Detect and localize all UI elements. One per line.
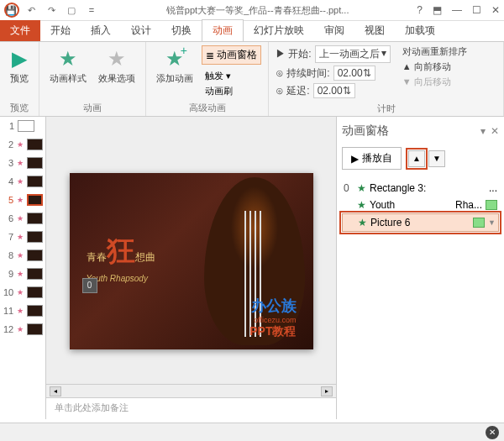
thumb-mini — [27, 268, 43, 280]
tab-view[interactable]: 视图 — [354, 20, 395, 41]
thumb-4[interactable]: 4★ — [0, 172, 45, 191]
watermark-line2: officezu.com — [249, 316, 296, 324]
thumb-1[interactable]: 1 — [0, 117, 45, 135]
anim-tag[interactable]: 0 — [82, 278, 97, 293]
anim-extra: ... — [489, 182, 497, 194]
add-animation-button[interactable]: ★+ 添加动画 — [153, 45, 197, 87]
slide-thumbnails: 1 2★ 3★ 4★ 5★ 6★ 7★ 8★ 9★ 10★ 11★ 12★ — [0, 117, 46, 419]
chevron-down-icon[interactable]: ▼ — [488, 218, 496, 227]
thumb-num: 8 — [3, 250, 13, 260]
slide-title: 青春狂想曲 Youth Rhapsody — [87, 232, 155, 283]
slideshow-icon[interactable]: ▢ — [65, 3, 78, 17]
thumb-10[interactable]: 10★ — [0, 283, 45, 302]
anim-name: Picture 6 — [370, 217, 470, 228]
thumb-7[interactable]: 7★ — [0, 228, 45, 246]
duration-spinner[interactable]: 02.00⇅ — [333, 66, 375, 81]
tab-addins[interactable]: 加载项 — [395, 20, 445, 41]
undo-icon[interactable]: ↶ — [24, 3, 38, 17]
move-down-button[interactable]: ▼ — [428, 150, 445, 167]
redo-icon[interactable]: ↷ — [45, 3, 58, 17]
preview-button[interactable]: ▶ 预览 — [7, 45, 32, 87]
thumb-num: 6 — [3, 213, 13, 223]
scroll-right-icon[interactable]: ▸ — [321, 386, 333, 396]
anim-style-button[interactable]: ★ 动画样式 — [46, 45, 90, 87]
tab-animations[interactable]: 动画 — [202, 19, 244, 41]
anim-item-picture6[interactable]: ★ Picture 6 ▼ — [342, 213, 499, 232]
anim-name: Rectangle 3: — [370, 182, 486, 194]
qat-more-icon[interactable]: = — [85, 3, 98, 17]
thumb-num: 11 — [3, 306, 13, 316]
play-from-button[interactable]: ▶ 播放自 — [342, 147, 402, 170]
pane-options-icon[interactable]: ▾ — [480, 125, 486, 137]
tab-design[interactable]: 设计 — [121, 20, 161, 41]
animation-pane: 动画窗格 ▾✕ ▶ 播放自 ▲ ▼ 0 ★ Rectangle 3: ... ★ — [336, 117, 504, 419]
anim-item-youth[interactable]: ★ Youth Rha... — [342, 197, 499, 213]
delay-label: ⊙ 延迟: — [276, 84, 310, 98]
slide-canvas[interactable]: 青春狂想曲 Youth Rhapsody 0 办公族 officezu.com … — [46, 117, 336, 384]
pane-close-icon[interactable]: ✕ — [491, 125, 499, 137]
spin-icon: ⇅ — [343, 85, 351, 97]
help-icon[interactable]: ? — [417, 4, 423, 16]
tab-file[interactable]: 文件 — [0, 20, 40, 41]
thumb-3[interactable]: 3★ — [0, 154, 45, 172]
content-area: 1 2★ 3★ 4★ 5★ 6★ 7★ 8★ 9★ 10★ 11★ 12★ 青春… — [0, 117, 504, 419]
anim-indicator-icon: ★ — [17, 140, 24, 149]
group-label-advanced: 高级动画 — [153, 100, 261, 114]
tab-insert[interactable]: 插入 — [81, 20, 121, 41]
thumb-mini — [27, 305, 43, 317]
thumb-8[interactable]: 8★ — [0, 246, 45, 265]
reorder-label: 对动画重新排序 — [402, 45, 467, 58]
preview-label: 预览 — [10, 72, 29, 85]
notes-pane[interactable]: 单击此处添加备注 — [46, 397, 336, 419]
thumb-9[interactable]: 9★ — [0, 265, 45, 283]
thumb-6[interactable]: 6★ — [0, 209, 45, 228]
thumb-mini — [27, 176, 43, 187]
play-icon: ▶ — [351, 153, 359, 165]
tab-home[interactable]: 开始 — [40, 20, 81, 41]
ribbon-options-icon[interactable]: ⬒ — [433, 4, 442, 16]
anim-indicator-icon: ★ — [17, 159, 24, 167]
start-dropdown[interactable]: 上一动画之后▾ — [315, 45, 391, 63]
tab-transitions[interactable]: 切换 — [161, 20, 202, 41]
status-close-icon[interactable]: ✕ — [486, 426, 499, 439]
trigger-button[interactable]: 触发 ▾ — [202, 69, 261, 83]
thumb-11[interactable]: 11★ — [0, 302, 45, 320]
anim-pane-label: 动画窗格 — [217, 48, 257, 62]
anim-indicator-icon: ★ — [17, 251, 24, 260]
anim-painter-button[interactable]: 动画刷 — [202, 84, 261, 98]
anim-item-rectangle[interactable]: 0 ★ Rectangle 3: ... — [342, 180, 499, 197]
delay-spinner[interactable]: 02.00⇅ — [313, 83, 355, 98]
horizontal-scrollbar[interactable]: ◂ ▸ — [46, 384, 336, 397]
watermark-line1: 办公族 — [249, 296, 296, 316]
start-value: 上一动画之后 — [319, 47, 380, 61]
effect-options-label: 效果选项 — [98, 72, 135, 85]
play-icon: ▶ — [12, 47, 27, 71]
anim-indicator-icon: ★ — [17, 196, 24, 204]
tab-slideshow[interactable]: 幻灯片放映 — [244, 20, 314, 41]
watermark-line3: PPT教程 — [249, 324, 296, 339]
tab-review[interactable]: 审阅 — [314, 20, 354, 41]
move-later-button: ▼ 向后移动 — [402, 76, 467, 88]
anim-indicator-icon: ★ — [17, 325, 24, 333]
watermark: 办公族 officezu.com PPT教程 — [249, 296, 296, 339]
move-up-button[interactable]: ▲ — [408, 150, 425, 167]
maximize-icon[interactable]: ☐ — [472, 4, 481, 16]
thumb-mini — [27, 249, 43, 261]
thumb-5[interactable]: 5★ — [0, 191, 45, 209]
scroll-left-icon[interactable]: ◂ — [50, 386, 61, 396]
thumb-2[interactable]: 2★ — [0, 135, 45, 154]
thumb-num: 10 — [3, 287, 13, 297]
anim-indicator-icon: ★ — [17, 177, 24, 186]
close-icon[interactable]: ✕ — [491, 4, 500, 16]
thumb-num: 2 — [3, 139, 13, 150]
group-advanced: ★+ 添加动画 ≣ 动画窗格 触发 ▾ 动画刷 高级动画 — [146, 42, 269, 116]
thumb-12[interactable]: 12★ — [0, 320, 45, 339]
play-label: 播放自 — [362, 151, 392, 165]
minimize-icon[interactable]: — — [452, 4, 462, 16]
window-title: 锐普ppt大赛一等奖_作品--青春狂想曲--.ppt... — [98, 4, 417, 17]
group-label-anim: 动画 — [46, 100, 139, 114]
spin-icon: ⇅ — [363, 67, 371, 79]
effect-options-button[interactable]: ★ 效果选项 — [95, 45, 139, 87]
animation-pane-button[interactable]: ≣ 动画窗格 — [202, 45, 261, 65]
move-earlier-button[interactable]: ▲ 向前移动 — [402, 60, 467, 73]
